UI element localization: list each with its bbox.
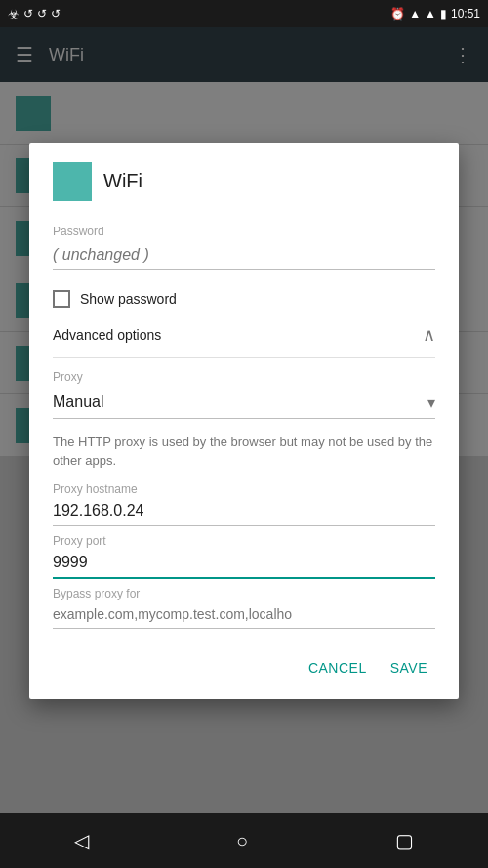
refresh2-icon: ↺ xyxy=(37,7,47,21)
wifi-icon-dialog xyxy=(53,162,92,201)
battery-icon: ▮ xyxy=(440,7,447,21)
status-bar-left: ☣ ↺ ↺ ↺ xyxy=(8,7,61,21)
bypass-proxy-input[interactable] xyxy=(53,602,435,629)
dropdown-arrow-icon: ▾ xyxy=(427,393,435,412)
password-label: Password xyxy=(53,225,435,238)
password-input[interactable] xyxy=(53,242,435,270)
back-button[interactable]: ◁ xyxy=(74,829,89,852)
refresh-icon: ↺ xyxy=(23,7,33,21)
nav-bar: ◁ ○ ▢ xyxy=(0,813,488,868)
divider xyxy=(53,357,435,358)
cancel-button[interactable]: CANCEL xyxy=(301,652,375,683)
status-bar: ☣ ↺ ↺ ↺ ⏰ ▲ ▲ ▮ 10:51 xyxy=(0,0,488,27)
dialog-title: WiFi xyxy=(103,170,142,192)
proxy-select[interactable]: Manual ▾ xyxy=(53,388,435,419)
save-button[interactable]: SAVE xyxy=(383,652,435,683)
proxy-port-input[interactable] xyxy=(53,550,435,579)
bypass-proxy-label: Bypass proxy for xyxy=(53,587,435,600)
recents-button[interactable]: ▢ xyxy=(395,829,414,852)
proxy-label: Proxy xyxy=(53,370,435,384)
advanced-options-row[interactable]: Advanced options ∧ xyxy=(53,311,435,357)
bypass-proxy-group: Bypass proxy for xyxy=(53,587,435,629)
show-password-row[interactable]: Show password xyxy=(53,290,435,308)
signal-icon: ▲ xyxy=(409,7,421,21)
proxy-info-text: The HTTP proxy is used by the browser bu… xyxy=(53,433,435,471)
dialog-overlay: WiFi Password Show password Advanced opt… xyxy=(0,27,488,813)
time-display: 10:51 xyxy=(451,7,480,21)
alarm-icon: ⏰ xyxy=(390,7,405,21)
proxy-hostname-label: Proxy hostname xyxy=(53,482,435,496)
show-password-label: Show password xyxy=(80,291,177,307)
proxy-value: Manual xyxy=(53,393,103,411)
proxy-hostname-group: Proxy hostname xyxy=(53,482,435,526)
dialog-footer: CANCEL SAVE xyxy=(29,637,459,699)
chevron-up-icon: ∧ xyxy=(423,324,435,346)
dialog-body: Password Show password Advanced options … xyxy=(29,225,459,629)
proxy-port-label: Proxy port xyxy=(53,534,435,548)
wifi-dialog: WiFi Password Show password Advanced opt… xyxy=(29,143,459,699)
show-password-checkbox[interactable] xyxy=(53,290,70,308)
proxy-port-group: Proxy port xyxy=(53,534,435,579)
advanced-options-label: Advanced options xyxy=(53,327,161,343)
status-bar-right: ⏰ ▲ ▲ ▮ 10:51 xyxy=(390,7,480,21)
android-icon: ☣ xyxy=(8,7,20,21)
dialog-header: WiFi xyxy=(29,143,459,209)
home-button[interactable]: ○ xyxy=(236,830,248,852)
proxy-hostname-input[interactable] xyxy=(53,498,435,526)
refresh3-icon: ↺ xyxy=(51,7,61,21)
wifi-signal-icon: ▲ xyxy=(425,7,436,21)
